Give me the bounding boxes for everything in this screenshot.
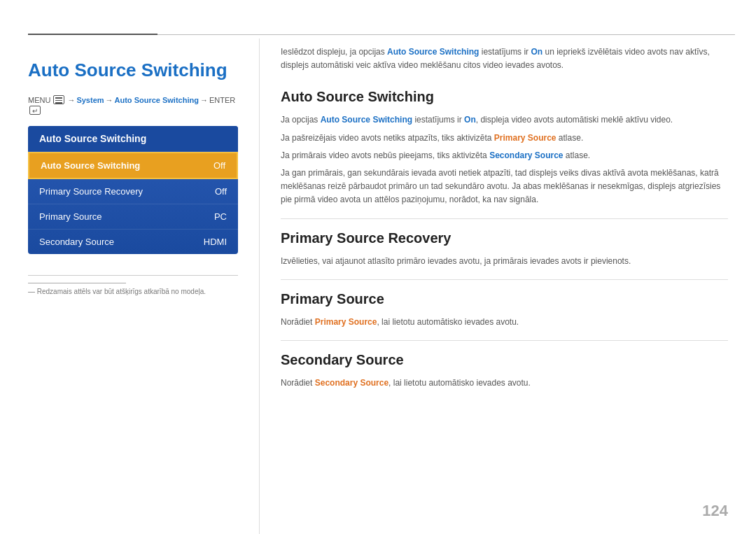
arrow-2: → — [106, 96, 113, 104]
panel-item-value-secondary-source: HDMI — [204, 237, 227, 247]
right-column: Ieslēdzot displeju, ja opcijas Auto Sour… — [259, 38, 756, 534]
page-title: Auto Source Switching — [28, 59, 238, 81]
left-column: Auto Source Switching MENU → System → Au… — [0, 38, 259, 534]
section-heading-secondary-source: Secondary Source — [281, 352, 728, 368]
divider-2 — [281, 279, 728, 280]
ui-panel: Auto Source Switching Auto Source Switch… — [28, 126, 238, 254]
arrow-1: → — [67, 96, 75, 104]
panel-item-label-secondary-source: Secondary Source — [39, 237, 114, 247]
section-text-primary-source: Norādiet Primary Source, lai lietotu aut… — [281, 316, 728, 329]
section-text-primary-recovery: Izvēlieties, vai atjaunot atlasīto primā… — [281, 255, 728, 268]
menu-system: System — [76, 96, 104, 104]
section-auto-source: Auto Source Switching Ja opcijas Auto So… — [281, 89, 728, 206]
divider-3 — [281, 340, 728, 341]
intro-bold2: On — [531, 47, 542, 57]
enter-icon: ↵ — [29, 106, 41, 115]
section-text-auto-source-3: Ja primārais video avots nebūs pieejams,… — [281, 149, 728, 162]
footnote-line — [28, 283, 126, 283]
intro-part1: Ieslēdzot displeju, ja opcijas — [281, 47, 387, 57]
footnote-text: — Redzamais attēls var būt atšķirīgs atk… — [28, 288, 206, 295]
top-border-right — [158, 34, 735, 35]
section-heading-auto-source: Auto Source Switching — [281, 89, 728, 105]
section-primary-recovery: Primary Source Recovery Izvēlieties, vai… — [281, 230, 728, 268]
top-border-left — [28, 34, 158, 35]
menu-auto-source: Auto Source Switching — [115, 96, 199, 104]
panel-item-label-primary-source: Primary Source — [39, 211, 102, 222]
intro-part2: iestatījums ir — [479, 47, 531, 57]
ui-panel-header: Auto Source Switching — [28, 126, 238, 152]
section-secondary-source: Secondary Source Norādiet Secondary Sour… — [281, 352, 728, 390]
panel-item-value-primary-recovery: Off — [215, 186, 227, 197]
panel-item-label-primary-recovery: Primary Source Recovery — [39, 186, 143, 197]
footnote: — Redzamais attēls var būt atšķirīgs atk… — [28, 275, 238, 295]
section-text-auto-source-4: Ja gan primārais, gan sekundārais ievada… — [281, 167, 728, 207]
menu-label: MENU — [28, 96, 50, 104]
intro-bold1: Auto Source Switching — [387, 47, 479, 57]
section-heading-primary-recovery: Primary Source Recovery — [281, 230, 728, 246]
page-number: 124 — [702, 502, 728, 520]
panel-item-value-auto-source: Off — [214, 160, 225, 171]
section-primary-source: Primary Source Norādiet Primary Source, … — [281, 291, 728, 329]
panel-item-value-primary-source: PC — [214, 211, 227, 222]
section-text-secondary-source: Norādiet Secondary Source, lai lietotu a… — [281, 377, 728, 390]
panel-item-primary-recovery[interactable]: Primary Source Recovery Off — [28, 179, 238, 204]
panel-item-secondary-source[interactable]: Secondary Source HDMI — [28, 230, 238, 254]
section-text-auto-source-1: Ja opcijas Auto Source Switching iestatī… — [281, 113, 728, 127]
menu-icon — [53, 95, 64, 104]
section-text-auto-source-2: Ja pašreizējais video avots netiks atpaz… — [281, 132, 728, 145]
enter-label: ENTER — [209, 96, 235, 104]
panel-item-label-auto-source: Auto Source Switching — [41, 160, 140, 171]
panel-item-primary-source[interactable]: Primary Source PC — [28, 204, 238, 230]
intro-paragraph: Ieslēdzot displeju, ja opcijas Auto Sour… — [281, 45, 728, 72]
section-heading-primary-source: Primary Source — [281, 291, 728, 307]
panel-item-auto-source[interactable]: Auto Source Switching Off — [28, 152, 238, 179]
arrow-3: → — [200, 96, 208, 104]
menu-path: MENU → System → Auto Source Switching → … — [28, 95, 238, 115]
divider-1 — [281, 218, 728, 219]
